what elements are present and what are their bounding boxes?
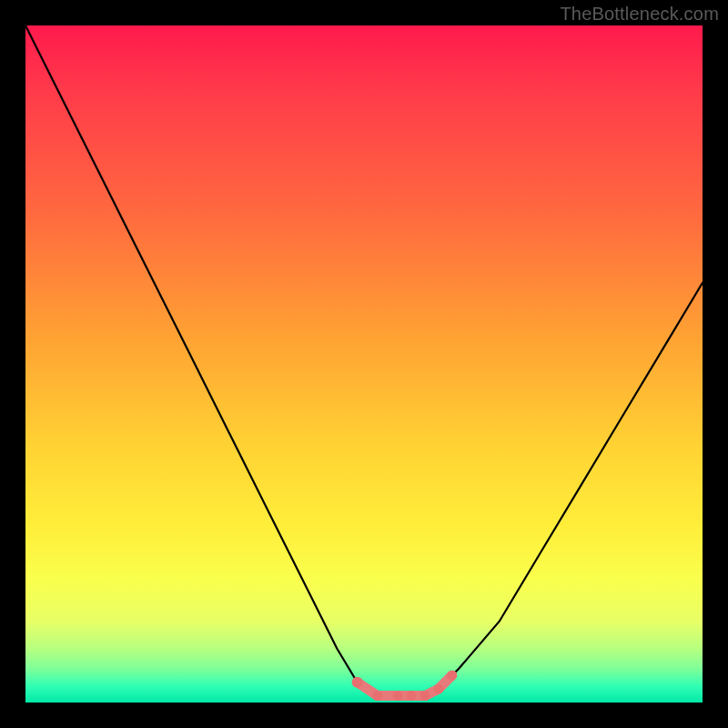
accent-dot (372, 691, 382, 701)
accent-dots-group (352, 671, 458, 701)
accent-dot (352, 677, 363, 688)
chart-frame: TheBottleneck.com (0, 0, 728, 728)
bottleneck-curve (25, 25, 703, 703)
accent-dot (447, 671, 457, 681)
accent-dot (420, 691, 430, 701)
accent-dot (393, 691, 403, 701)
curve-path (25, 25, 703, 696)
watermark-text: TheBottleneck.com (560, 4, 719, 25)
accent-dot (407, 691, 417, 701)
plot-area (25, 25, 703, 703)
accent-dot (433, 684, 443, 694)
